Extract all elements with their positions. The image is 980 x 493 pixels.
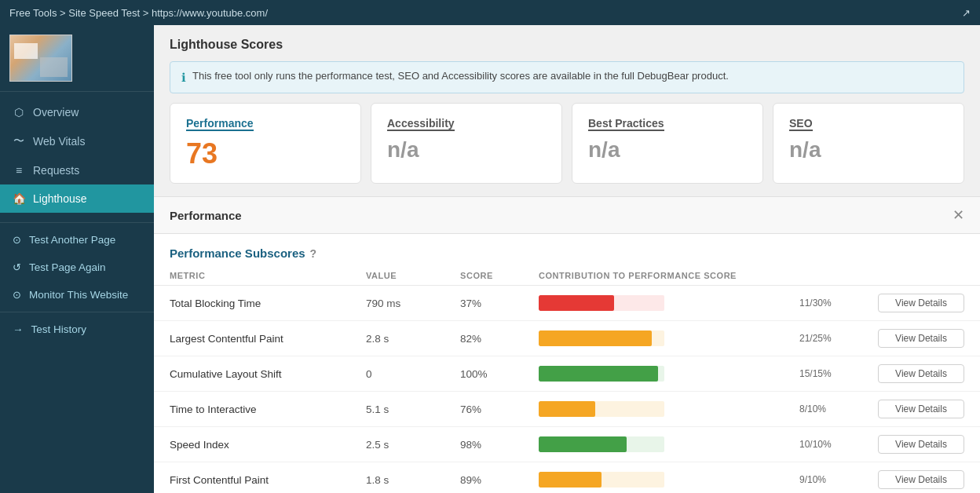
external-link-icon[interactable]: ↗ — [962, 7, 971, 19]
main-layout: ⬡ Overview 〜 Web Vitals ≡ Requests 🏠 Lig… — [0, 25, 980, 493]
metric-name: Total Blocking Time — [170, 298, 366, 309]
metric-value: 5.1 s — [366, 404, 460, 415]
contribution-text: 10/10% — [799, 439, 878, 450]
test-page-again-icon: ↺ — [13, 261, 21, 273]
col-score: SCORE — [460, 271, 539, 280]
col-empty1 — [799, 271, 878, 280]
col-contribution: CONTRIBUTION TO PERFORMANCE SCORE — [539, 271, 799, 280]
lighthouse-scores-header: Lighthouse Scores — [154, 25, 980, 61]
sidebar-item-overview[interactable]: ⬡ Overview — [0, 98, 154, 126]
metric-score: 37% — [460, 298, 539, 309]
contribution-col — [539, 472, 799, 488]
subscore-title: Performance Subscores ? — [170, 246, 964, 260]
sidebar-item-requests[interactable]: ≡ Requests — [0, 156, 154, 184]
score-card-best-practices: Best Practices n/a — [572, 103, 763, 184]
requests-icon: ≡ — [13, 164, 25, 177]
metric-value: 2.8 s — [366, 333, 460, 345]
contribution-text: 8/10% — [799, 404, 878, 414]
sidebar-item-web-vitals[interactable]: 〜 Web Vitals — [0, 126, 154, 156]
bar-fill — [539, 401, 595, 417]
monitor-this-website-button[interactable]: ⊙ Monitor This Website — [0, 281, 154, 309]
view-details-button[interactable]: View Details — [878, 400, 964, 418]
top-bar: Free Tools > Site Speed Test > https://w… — [0, 0, 980, 25]
bar-fill — [539, 436, 627, 452]
breadcrumb: Free Tools > Site Speed Test > https://w… — [9, 7, 268, 19]
view-details-button[interactable]: View Details — [878, 364, 964, 383]
bar-track — [539, 366, 664, 382]
metric-score: 98% — [460, 439, 539, 451]
metric-score: 100% — [460, 368, 539, 380]
performance-table-body: Total Blocking Time 790 ms 37% 11/30% Vi… — [154, 286, 980, 493]
metric-name: Cumulative Layout Shift — [170, 368, 366, 380]
view-details-button[interactable]: View Details — [878, 294, 964, 312]
table-row: Total Blocking Time 790 ms 37% 11/30% Vi… — [154, 286, 980, 321]
contribution-col — [539, 295, 799, 311]
contribution-text: 15/15% — [799, 368, 878, 379]
sidebar: ⬡ Overview 〜 Web Vitals ≡ Requests 🏠 Lig… — [0, 25, 154, 493]
metric-name: Speed Index — [170, 439, 366, 451]
sidebar-item-lighthouse[interactable]: 🏠 Lighthouse — [0, 184, 154, 213]
sidebar-screenshot — [0, 25, 154, 92]
test-page-again-button[interactable]: ↺ Test Page Again — [0, 254, 154, 281]
table-row: Largest Contentful Paint 2.8 s 82% 21/25… — [154, 321, 980, 356]
page-screenshot — [9, 35, 72, 82]
bar-track — [539, 436, 664, 452]
score-card-performance: Performance 73 — [170, 103, 361, 184]
sidebar-divider — [0, 222, 154, 223]
performance-section: Performance ✕ Performance Subscores ? ME… — [154, 196, 980, 493]
score-card-accessibility: Accessibility n/a — [371, 103, 562, 184]
contribution-col — [539, 330, 799, 346]
sidebar-nav: ⬡ Overview 〜 Web Vitals ≡ Requests 🏠 Lig… — [0, 92, 154, 219]
scores-grid: Performance 73 Accessibility n/a Best Pr… — [154, 103, 980, 196]
performance-section-header: Performance ✕ — [154, 197, 980, 234]
view-details-button[interactable]: View Details — [878, 329, 964, 348]
overview-icon: ⬡ — [13, 106, 25, 119]
bar-fill — [539, 472, 602, 488]
col-empty2 — [878, 271, 964, 280]
metric-value: 1.8 s — [366, 474, 460, 486]
score-card-seo-value: n/a — [789, 137, 948, 163]
table-row: Speed Index 2.5 s 98% 10/10% View Detail… — [154, 427, 980, 462]
sidebar-divider-2 — [0, 312, 154, 312]
help-icon[interactable]: ? — [310, 247, 317, 260]
monitor-icon: ⊙ — [13, 289, 21, 301]
score-card-seo: SEO n/a — [773, 103, 964, 184]
bar-track — [539, 330, 664, 346]
performance-close-button[interactable]: ✕ — [953, 208, 964, 222]
metric-name: First Contentful Paint — [170, 474, 366, 486]
lighthouse-icon: 🏠 — [13, 192, 25, 205]
metric-score: 82% — [460, 333, 539, 345]
info-banner: ℹ This free tool only runs the performan… — [170, 61, 964, 93]
bar-track — [539, 472, 664, 488]
score-card-performance-value: 73 — [186, 137, 345, 170]
main-content: Lighthouse Scores ℹ This free tool only … — [154, 25, 980, 493]
view-details-button[interactable]: View Details — [878, 470, 964, 489]
score-card-best-practices-title: Best Practices — [588, 117, 664, 131]
web-vitals-icon: 〜 — [13, 134, 25, 148]
performance-section-title: Performance — [170, 209, 242, 222]
contribution-col — [539, 436, 799, 452]
contribution-col — [539, 366, 799, 382]
metric-score: 89% — [460, 474, 539, 486]
test-another-page-icon: ⊙ — [13, 234, 21, 246]
contribution-text: 11/30% — [799, 298, 878, 309]
table-row: First Contentful Paint 1.8 s 89% 9/10% V… — [154, 462, 980, 493]
test-another-page-button[interactable]: ⊙ Test Another Page — [0, 226, 154, 254]
score-card-performance-title: Performance — [186, 117, 254, 131]
info-icon: ℹ — [181, 71, 186, 85]
table-row: Time to Interactive 5.1 s 76% 8/10% View… — [154, 392, 980, 427]
score-card-best-practices-value: n/a — [588, 137, 747, 163]
score-card-accessibility-title: Accessibility — [387, 117, 455, 131]
table-header: METRIC VALUE SCORE CONTRIBUTION TO PERFO… — [154, 266, 980, 286]
subscore-header: Performance Subscores ? — [154, 234, 980, 266]
test-history-link[interactable]: → Test History — [0, 316, 154, 343]
contribution-text: 9/10% — [799, 474, 878, 485]
col-value: VALUE — [366, 271, 460, 280]
bar-fill — [539, 330, 652, 346]
contribution-text: 21/25% — [799, 333, 878, 344]
view-details-button[interactable]: View Details — [878, 435, 964, 454]
score-card-accessibility-value: n/a — [387, 137, 546, 163]
test-history-icon: → — [13, 323, 24, 335]
metric-name: Time to Interactive — [170, 404, 366, 415]
metric-name: Largest Contentful Paint — [170, 333, 366, 345]
